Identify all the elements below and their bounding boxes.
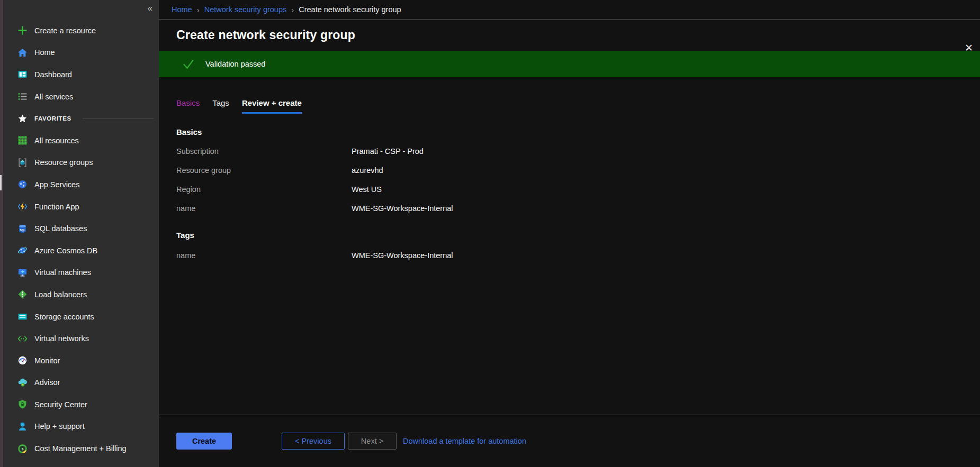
sidebar-item-azure-cosmos-db[interactable]: Azure Cosmos DB: [3, 240, 159, 262]
tab-tags[interactable]: Tags: [212, 98, 229, 114]
left-edge-marker: [0, 175, 2, 190]
breadcrumb-nsg-link[interactable]: Network security groups: [204, 5, 287, 14]
sidebar-item-security-center[interactable]: Security Center: [3, 393, 159, 416]
field-value: WME-SG-Workspace-Internal: [352, 204, 453, 213]
row-region: Region West US: [176, 180, 980, 199]
sidebar-favorites-header: FAVORITES: [3, 107, 159, 130]
sidebar-item-sql-databases[interactable]: SQL SQL databases: [3, 217, 159, 240]
sidebar-item-label: Load balancers: [34, 290, 87, 299]
field-value: azurevhd: [352, 166, 383, 175]
row-resource-group: Resource group azurevhd: [176, 161, 980, 180]
sidebar-item-label: All services: [34, 93, 73, 101]
help-support-icon: [17, 421, 28, 432]
app-services-icon: [17, 179, 28, 190]
field-value: Pramati - CSP - Prod: [352, 147, 424, 155]
sidebar-item-label: Cost Management + Billing: [34, 444, 127, 453]
sidebar-item-home[interactable]: Home: [3, 42, 159, 64]
sidebar-item-label: SQL databases: [34, 224, 87, 233]
download-template-link[interactable]: Download a template for automation: [403, 437, 526, 445]
field-label: name: [176, 251, 352, 260]
field-value: WME-SG-Workspace-Internal: [352, 251, 453, 260]
sidebar-collapse-button[interactable]: «: [148, 4, 152, 13]
sidebar-item-help-support[interactable]: Help + support: [3, 416, 159, 438]
field-value: West US: [352, 185, 382, 194]
sidebar-item-label: Security Center: [34, 400, 87, 409]
breadcrumb: Home › Network security groups › Create …: [159, 0, 980, 20]
sidebar-item-label: All resources: [34, 136, 79, 145]
field-label: name: [176, 204, 352, 213]
security-center-icon: [17, 399, 28, 410]
tab-review-create[interactable]: Review + create: [242, 98, 302, 114]
sidebar-item-storage-accounts[interactable]: Storage accounts: [3, 306, 159, 328]
grid-icon: [17, 135, 28, 146]
sidebar-item-label: Function App: [34, 203, 79, 211]
sidebar-item-all-resources[interactable]: All resources: [3, 130, 159, 152]
dashboard-icon: [17, 69, 28, 80]
sidebar-item-load-balancers[interactable]: Load balancers: [3, 283, 159, 306]
validation-message: Validation passed: [205, 60, 265, 68]
plus-icon: [17, 25, 28, 36]
chevron-right-icon: ›: [197, 5, 200, 14]
sql-databases-icon: SQL: [17, 223, 28, 234]
main-panel: Home › Network security groups › Create …: [159, 0, 980, 467]
cost-management-icon: $: [17, 443, 28, 454]
basics-rows: Subscription Pramati - CSP - Prod Resour…: [176, 142, 980, 218]
previous-button[interactable]: < Previous: [282, 433, 345, 450]
field-label: Subscription: [176, 147, 352, 155]
tab-basics[interactable]: Basics: [176, 98, 200, 114]
svg-text:SQL: SQL: [20, 228, 25, 231]
monitor-icon: [17, 355, 28, 366]
sidebar-item-label: Create a resource: [34, 26, 96, 35]
row-tag-name: name WME-SG-Workspace-Internal: [176, 246, 980, 265]
sidebar-item-label: App Services: [34, 180, 79, 189]
sidebar-item-monitor[interactable]: Monitor: [3, 350, 159, 372]
sidebar-item-label: Resource groups: [34, 158, 93, 167]
sidebar-item-label: Help + support: [34, 422, 85, 431]
sidebar-item-label: Storage accounts: [34, 313, 94, 321]
sidebar-item-all-services[interactable]: All services: [3, 86, 159, 108]
create-button[interactable]: Create: [176, 433, 232, 450]
sidebar-item-resource-groups[interactable]: Resource groups: [3, 152, 159, 174]
sidebar-item-label: Virtual networks: [34, 334, 89, 343]
list-icon: [17, 91, 28, 102]
sidebar-item-app-services[interactable]: App Services: [3, 173, 159, 196]
sidebar-item-virtual-machines[interactable]: Virtual machines: [3, 262, 159, 284]
tags-rows: name WME-SG-Workspace-Internal: [176, 246, 980, 265]
sidebar-favorites-label: FAVORITES: [34, 115, 71, 122]
sidebar-nav-list: Create a resource Home Dashboard All ser…: [3, 20, 159, 460]
row-subscription: Subscription Pramati - CSP - Prod: [176, 142, 980, 161]
sidebar-item-label: Virtual machines: [34, 268, 91, 277]
sidebar-item-cost-management-billing[interactable]: $ Cost Management + Billing: [3, 437, 159, 460]
sidebar-item-label: Home: [34, 48, 55, 57]
field-label: Region: [176, 185, 352, 194]
validation-banner: Validation passed: [159, 51, 980, 77]
breadcrumb-home-link[interactable]: Home: [172, 5, 192, 14]
function-app-icon: [17, 202, 28, 212]
chevron-right-icon: ›: [291, 5, 294, 14]
virtual-networks-icon: [17, 333, 28, 344]
row-name: name WME-SG-Workspace-Internal: [176, 199, 980, 218]
sidebar-item-create-a-resource[interactable]: Create a resource: [3, 20, 159, 42]
home-icon: [17, 47, 28, 58]
sidebar-item-advisor[interactable]: Advisor: [3, 372, 159, 394]
sidebar-item-label: Monitor: [34, 356, 60, 365]
sidebar: « Create a resource Home Dashboard All s…: [3, 0, 159, 467]
star-icon: [17, 113, 28, 124]
advisor-icon: [17, 377, 28, 388]
cosmos-db-icon: [17, 245, 28, 256]
sidebar-item-virtual-networks[interactable]: Virtual networks: [3, 327, 159, 350]
sidebar-item-label: Azure Cosmos DB: [34, 246, 97, 255]
title-bar: Create network security group ✕: [159, 20, 980, 51]
page-title: Create network security group: [176, 28, 355, 42]
breadcrumb-current: Create network security group: [299, 5, 401, 14]
footer-action-bar: Create < Previous Next > Download a temp…: [159, 415, 980, 467]
storage-accounts-icon: [17, 312, 28, 322]
sidebar-item-dashboard[interactable]: Dashboard: [3, 63, 159, 86]
sidebar-item-label: Advisor: [34, 378, 60, 387]
next-button[interactable]: Next >: [348, 433, 397, 450]
checkmark-icon: [182, 58, 195, 70]
close-icon[interactable]: ✕: [965, 43, 973, 53]
field-label: Resource group: [176, 166, 352, 175]
sidebar-item-function-app[interactable]: Function App: [3, 196, 159, 218]
resource-groups-icon: [17, 157, 28, 168]
